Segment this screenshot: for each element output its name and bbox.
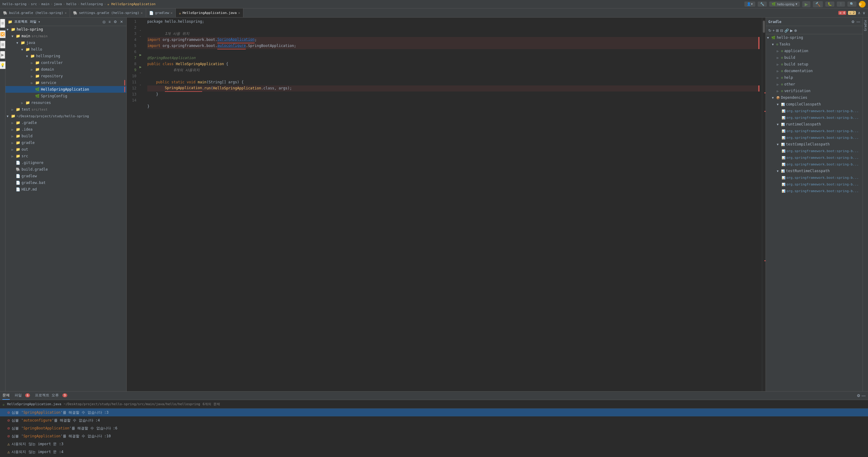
gradle-item-test-runtime-classpath[interactable]: ▼ 📊 testRuntimeClasspath (766, 167, 863, 174)
tab-hello-spring-app[interactable]: ☕ HelloSpringApplication.java ✕ (176, 8, 243, 17)
close-icon[interactable]: ✕ (238, 11, 240, 14)
tree-item-dot-gradle[interactable]: ▷ 📁 .gradle (5, 119, 126, 126)
gradle-minimize-btn[interactable]: — (857, 20, 860, 24)
tree-item-src[interactable]: ▷ 📁 src (5, 153, 126, 159)
panel-close-btn[interactable]: ✕ (119, 20, 124, 24)
tree-item-spring-config[interactable]: 🌿 SpringConfig (5, 93, 126, 99)
tree-item-build-gradle[interactable]: 🐘 build.gradle (5, 166, 126, 173)
gradle-dep-6[interactable]: 📊 org.springframework.boot:spring-b... (766, 154, 863, 161)
debug-button[interactable]: 🐛 (825, 1, 834, 7)
error-item-1[interactable]: ⊘ 심볼 'SpringApplication'를 해결할 수 없습니다 :3 (0, 408, 868, 417)
tree-item-test[interactable]: ▷ 📁 test src/test (5, 106, 126, 113)
tree-item-gradlew[interactable]: 📄 gradlew (5, 173, 126, 179)
tree-item-gradle-folder[interactable]: ▷ 📁 gradle (5, 140, 126, 146)
gradle-item-compile-classpath[interactable]: ▼ 📊 compileClasspath (766, 101, 863, 108)
tab-build-gradle[interactable]: 🐘 build.gradle (hello-spring) ✕ (0, 8, 70, 17)
run-button[interactable]: ▶ (802, 1, 810, 7)
collapse-btn[interactable]: ∧ (858, 10, 861, 15)
gradle-item-documentation[interactable]: ▷ ⚙ documentation (766, 68, 863, 74)
gradle-debug-btn[interactable]: ⊕ (794, 29, 797, 33)
panel-settings-btn[interactable]: ⚙ (113, 20, 118, 24)
run-config-btn[interactable]: 🌿 hello-spring ▾ (769, 1, 800, 7)
bottom-minimize-btn[interactable]: — (862, 393, 866, 398)
code-editor[interactable]: package hello.hellospring; 1개 사용 위치 impo… (145, 18, 762, 391)
tree-item-help-md[interactable]: 📄 HELP.md (5, 186, 126, 193)
tree-item-repository[interactable]: ▷ 📁 repository (5, 73, 126, 80)
gradle-item-other[interactable]: ▷ ⚙ other (766, 81, 863, 88)
tree-item-controller[interactable]: ▷ 📁 controller (5, 59, 126, 66)
fold-icon-4[interactable]: - (140, 35, 141, 38)
tree-item-main[interactable]: ▼ 📁 main src/main (5, 33, 126, 39)
tree-item-service[interactable]: ▷ 📁 service (5, 80, 126, 86)
gradle-dep-7[interactable]: 📊 org.springframework.boot:spring-b... (766, 161, 863, 167)
gradle-dep-1[interactable]: 📊 org.springframework.boot:spring-b... (766, 108, 863, 114)
gradle-item-dependencies[interactable]: ▼ 📦 Dependencies (766, 94, 863, 101)
locate-file-btn[interactable]: ◎ (101, 20, 106, 24)
fold-icon-9[interactable]: - (140, 65, 141, 68)
tree-item-build-folder[interactable]: ▷ 📁 build (5, 133, 126, 140)
bottom-tab-files[interactable]: 파일 6 (14, 392, 30, 400)
vcs-btn[interactable]: 🔀 (0, 30, 6, 38)
project-sidebar-btn[interactable]: ≡ (0, 19, 5, 28)
gradle-dep-10[interactable]: 📊 org.springframework.boot:spring-b... (766, 188, 863, 194)
gradle-run-btn[interactable]: ▶ (790, 29, 793, 33)
tree-item-hello-spring-application[interactable]: 🌿 HelloSpringApplication (5, 86, 126, 93)
bottom-settings-btn[interactable]: ⚙ (857, 393, 861, 398)
gradle-item-runtime-classpath[interactable]: ▼ 📊 runtimeClasspath (766, 121, 863, 128)
tree-item-java[interactable]: ▼ 📁 java (5, 39, 126, 46)
gradle-item-build-setup[interactable]: ▷ ⚙ build setup (766, 61, 863, 68)
gradle-item-build-task[interactable]: ▷ ⚙ build (766, 54, 863, 61)
gradle-item-tasks[interactable]: ▼ ⚙ Tasks (766, 41, 863, 48)
close-icon[interactable]: ✕ (65, 11, 67, 14)
error-item-4[interactable]: ⊘ 심볼 'SpringApplication'를 해결할 수 없습니다 :10 (0, 432, 868, 440)
expand-btn[interactable]: ∨ (863, 10, 866, 15)
gradle-dep-3[interactable]: 📊 org.springframework.boot:spring-b... (766, 128, 863, 134)
gradle-item-verification[interactable]: ▷ ⚙ verification (766, 88, 863, 94)
scrollbar-thumb[interactable] (763, 21, 765, 33)
tree-item-resources[interactable]: ▷ 📁 resources (5, 99, 126, 106)
gradle-dep-4[interactable]: 📊 org.springframework.boot:spring-b... (766, 134, 863, 141)
terminal-btn[interactable]: ⊞ (0, 40, 5, 49)
tree-item-gitignore[interactable]: 📄 .gitignore (5, 159, 126, 166)
gradle-refresh-btn[interactable]: ↻ (768, 29, 771, 33)
warning-item-1[interactable]: ⚠ 사용되지 않는 import 문 :3 (0, 440, 868, 448)
run-btn-side[interactable]: ▶ (0, 51, 5, 59)
dropdown-arrow[interactable]: ▾ (38, 20, 40, 24)
gradle-link-btn[interactable]: 🔗 (784, 29, 789, 33)
tree-item-dot-idea[interactable]: ▷ 📁 .idea (5, 126, 126, 133)
tree-item-out[interactable]: ▷ 📁 out (5, 146, 126, 153)
gradle-settings-btn[interactable]: ⚙ (851, 20, 855, 24)
tree-item-desktop-root[interactable]: ▼ 📁 ~/Desktop/project/study/hello-spring (5, 113, 126, 119)
tab-settings-gradle[interactable]: 🐘 settings.gradle (hello-spring) ✕ (70, 8, 146, 17)
editor-scrollbar[interactable] (762, 18, 766, 391)
light-btn[interactable]: 💡 (0, 61, 6, 69)
tree-item-hello-spring[interactable]: ▼ 📁 hello-spring (5, 26, 126, 33)
bottom-tab-problems[interactable]: 문제 (2, 392, 10, 400)
gradle-dep-5[interactable]: 📊 org.springframework.boot:spring-b... (766, 148, 863, 154)
collapse-all-btn[interactable]: ≡ (107, 20, 112, 24)
user-icon-btn[interactable]: 👤▾ (744, 1, 755, 7)
wrench-btn[interactable]: 🔧 (758, 1, 767, 7)
error-item-3[interactable]: ⊘ 심볼 'SpringBootApplication'를 해결할 수 없습니다… (0, 424, 868, 432)
gradle-side-label[interactable]: Gradle (863, 19, 868, 32)
fold-icon-7[interactable]: - (140, 53, 141, 56)
search-button[interactable]: 🔍 (847, 1, 857, 7)
gradle-expand-btn[interactable]: ⊞ (776, 29, 779, 33)
tree-item-hello[interactable]: ▼ 📁 hello (5, 46, 126, 53)
bottom-tab-project-errors[interactable]: 프로젝트 오류 9 (35, 392, 67, 400)
build-button[interactable]: 🔨 (813, 1, 823, 7)
gradle-dep-8[interactable]: 📊 org.springframework.boot:spring-b... (766, 174, 863, 181)
gradle-dep-2[interactable]: 📊 org.springframework.boot:spring-b... (766, 114, 863, 121)
tab-gradlew[interactable]: 📄 gradlew ✕ (146, 8, 176, 17)
gradle-item-test-compile-classpath[interactable]: ▼ 📊 testCompileClasspath (766, 141, 863, 148)
fold-icon-3[interactable]: - (140, 29, 141, 32)
gradle-add-btn[interactable]: + (773, 29, 775, 33)
fold-icon-10[interactable]: - (140, 71, 141, 74)
gradle-item-root[interactable]: ▼ 🌿 hello-spring (766, 34, 863, 41)
more-button[interactable]: ⋮ (837, 1, 845, 7)
error-item-2[interactable]: ⊘ 심볼 'autoconfigure'를 해결할 수 없습니다 :4 (0, 417, 868, 424)
tree-item-hellospring[interactable]: ▼ 📁 hellospring (5, 53, 126, 59)
close-icon[interactable]: ✕ (141, 11, 143, 14)
gradle-item-help[interactable]: ▷ ⚙ help (766, 74, 863, 81)
gradle-item-application[interactable]: ▷ ⚙ application (766, 48, 863, 54)
